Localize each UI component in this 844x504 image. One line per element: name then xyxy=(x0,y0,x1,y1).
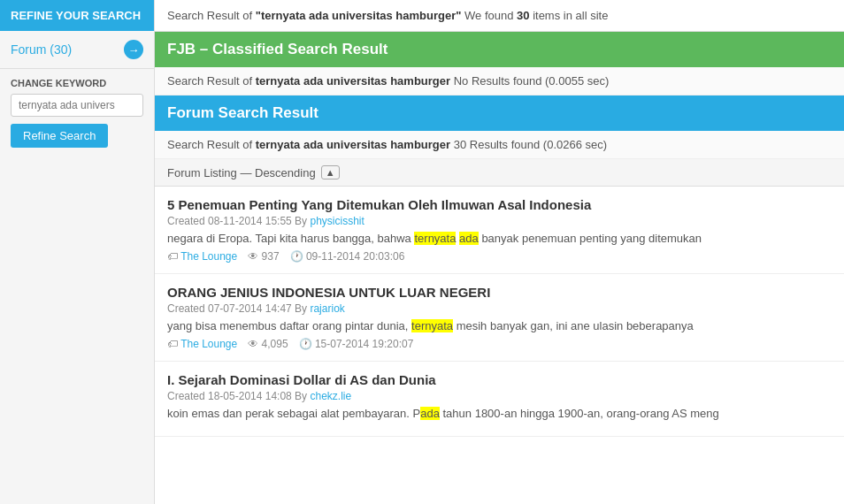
post-tag-link[interactable]: The Lounge xyxy=(180,338,237,350)
post-excerpt: koin emas dan perak sebagai alat pembaya… xyxy=(167,407,832,420)
highlight-ternyata: ternyata xyxy=(414,232,456,245)
post-title-link[interactable]: 5 Penemuan Penting Yang Ditemukan Oleh I… xyxy=(167,197,832,212)
post-author-link[interactable]: physicisshit xyxy=(310,215,364,227)
forum-search-section: Forum Search Result Search Result of ter… xyxy=(155,95,844,159)
forum-search-result: Search Result of ternyata ada universita… xyxy=(155,131,844,159)
sort-icon[interactable]: ▲ xyxy=(321,165,340,179)
post-item: 5 Penemuan Penting Yang Ditemukan Oleh I… xyxy=(155,187,844,274)
post-title-link[interactable]: ORANG JENIUS INDONESIA UNTUK LUAR NEGERI xyxy=(167,285,832,300)
post-item: I. Sejarah Dominasi Dollar di AS dan Dun… xyxy=(155,362,844,437)
refine-search-button[interactable]: Refine Search xyxy=(11,124,108,148)
fjb-header: FJB – Classified Search Result xyxy=(155,32,844,67)
search-input[interactable] xyxy=(11,94,143,117)
sidebar-header: REFINE YOUR SEARCH xyxy=(0,0,154,31)
sidebar-change-keyword: CHANGE KEYWORD Refine Search xyxy=(0,69,154,157)
sidebar-forum-arrow[interactable]: → xyxy=(124,40,143,59)
fjb-result: Search Result of ternyata ada universita… xyxy=(155,67,844,95)
highlight-ternyata2: ternyata xyxy=(411,319,453,332)
post-author-link[interactable]: chekz.lie xyxy=(310,390,351,402)
fjb-section: FJB – Classified Search Result Search Re… xyxy=(155,32,844,95)
highlight-ada3: ada xyxy=(420,407,440,420)
listing-label: Forum Listing xyxy=(167,166,237,179)
listing-sort: — Descending xyxy=(237,166,316,179)
post-meta: Created 07-07-2014 14:47 By rajariok xyxy=(167,302,832,315)
forum-listing-bar: Forum Listing — Descending ▲ xyxy=(155,159,844,187)
post-item: ORANG JENIUS INDONESIA UNTUK LUAR NEGERI… xyxy=(155,274,844,362)
sidebar-forum-row: Forum (30) → xyxy=(0,31,154,69)
post-views: 4,095 xyxy=(262,338,288,350)
highlight-ada: ada xyxy=(459,232,479,245)
change-keyword-label: CHANGE KEYWORD xyxy=(11,78,143,88)
post-meta: Created 18-05-2014 14:08 By chekz.lie xyxy=(167,390,832,402)
top-bar: Search Result of "ternyata ada universit… xyxy=(155,0,844,32)
post-time: 15-07-2014 19:20:07 xyxy=(315,338,413,350)
post-title-link[interactable]: I. Sejarah Dominasi Dollar di AS dan Dun… xyxy=(167,372,832,387)
post-time: 09-11-2014 20:03:06 xyxy=(306,250,404,263)
post-views: 937 xyxy=(262,250,280,263)
post-tags: 🏷 The Lounge 👁 937 🕐 09-11-2014 20:03:06 xyxy=(167,250,832,263)
post-tag-link[interactable]: The Lounge xyxy=(180,250,237,263)
main-content: Search Result of "ternyata ada universit… xyxy=(155,0,844,504)
post-author-link[interactable]: rajariok xyxy=(310,302,344,315)
post-meta: Created 08-11-2014 15:55 By physicisshit xyxy=(167,215,832,227)
sidebar-forum-label: Forum (30) xyxy=(11,42,72,57)
forum-search-header: Forum Search Result xyxy=(155,95,844,131)
sidebar: REFINE YOUR SEARCH Forum (30) → CHANGE K… xyxy=(0,0,155,504)
post-excerpt: negara di Eropa. Tapi kita harus bangga,… xyxy=(167,232,832,245)
post-tags: 🏷 The Lounge 👁 4,095 🕐 15-07-2014 19:20:… xyxy=(167,338,832,350)
post-excerpt: yang bisa menembus daftar orang pintar d… xyxy=(167,319,832,332)
